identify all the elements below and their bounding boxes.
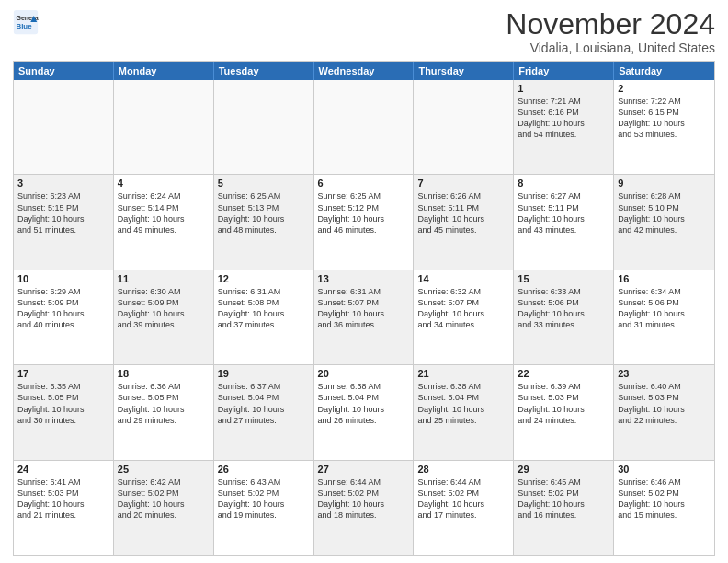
day-number: 18 (118, 368, 210, 379)
day-number: 2 (618, 83, 711, 94)
calendar-cell: 15Sunrise: 6:33 AM Sunset: 5:06 PM Dayli… (514, 270, 614, 364)
calendar-cell: 19Sunrise: 6:37 AM Sunset: 5:04 PM Dayli… (214, 365, 314, 459)
day-number: 27 (318, 464, 410, 475)
calendar-cell: 23Sunrise: 6:40 AM Sunset: 5:03 PM Dayli… (614, 365, 714, 459)
cell-text: Sunrise: 6:35 AM Sunset: 5:05 PM Dayligh… (17, 381, 109, 426)
calendar-cell (314, 80, 415, 174)
cell-text: Sunrise: 6:43 AM Sunset: 5:02 PM Dayligh… (218, 477, 310, 522)
logo-icon: General Blue (13, 9, 39, 35)
day-number: 20 (318, 368, 410, 379)
calendar-cell: 21Sunrise: 6:38 AM Sunset: 5:04 PM Dayli… (414, 365, 514, 459)
title-area: November 2024 Vidalia, Louisiana, United… (506, 9, 715, 55)
calendar-cell: 24Sunrise: 6:41 AM Sunset: 5:03 PM Dayli… (14, 461, 114, 555)
cell-text: Sunrise: 6:34 AM Sunset: 5:06 PM Dayligh… (618, 286, 711, 331)
cell-text: Sunrise: 6:45 AM Sunset: 5:02 PM Dayligh… (518, 477, 609, 522)
day-number: 1 (518, 83, 609, 94)
calendar-cell: 8Sunrise: 6:27 AM Sunset: 5:11 PM Daylig… (514, 175, 614, 269)
cell-text: Sunrise: 6:33 AM Sunset: 5:06 PM Dayligh… (518, 286, 609, 331)
day-number: 3 (17, 178, 109, 189)
cell-text: Sunrise: 7:21 AM Sunset: 6:16 PM Dayligh… (518, 96, 609, 141)
day-number: 9 (618, 178, 711, 189)
cell-text: Sunrise: 6:38 AM Sunset: 5:04 PM Dayligh… (417, 381, 509, 426)
calendar-header-row: SundayMondayTuesdayWednesdayThursdayFrid… (14, 62, 714, 80)
day-number: 16 (618, 273, 711, 284)
subtitle: Vidalia, Louisiana, United States (506, 40, 715, 55)
calendar-header-cell: Wednesday (314, 62, 415, 80)
day-number: 19 (218, 368, 310, 379)
calendar-cell: 11Sunrise: 6:30 AM Sunset: 5:09 PM Dayli… (114, 270, 214, 364)
day-number: 24 (17, 464, 109, 475)
day-number: 21 (417, 368, 509, 379)
calendar-cell: 2Sunrise: 7:22 AM Sunset: 6:15 PM Daylig… (614, 80, 714, 174)
calendar-cell: 17Sunrise: 6:35 AM Sunset: 5:05 PM Dayli… (14, 365, 114, 459)
calendar-body: 1Sunrise: 7:21 AM Sunset: 6:16 PM Daylig… (14, 80, 714, 555)
cell-text: Sunrise: 6:37 AM Sunset: 5:04 PM Dayligh… (218, 381, 310, 426)
day-number: 5 (218, 178, 310, 189)
calendar-cell (14, 80, 114, 174)
calendar-header-cell: Sunday (14, 62, 114, 80)
day-number: 30 (618, 464, 711, 475)
cell-text: Sunrise: 6:27 AM Sunset: 5:11 PM Dayligh… (518, 190, 609, 236)
calendar-cell: 27Sunrise: 6:44 AM Sunset: 5:02 PM Dayli… (314, 461, 415, 555)
calendar-cell: 12Sunrise: 6:31 AM Sunset: 5:08 PM Dayli… (214, 270, 314, 364)
day-number: 28 (417, 464, 509, 475)
calendar-week-row: 24Sunrise: 6:41 AM Sunset: 5:03 PM Dayli… (14, 460, 714, 555)
cell-text: Sunrise: 6:31 AM Sunset: 5:07 PM Dayligh… (318, 286, 410, 331)
cell-text: Sunrise: 6:25 AM Sunset: 5:12 PM Dayligh… (318, 190, 410, 236)
cell-text: Sunrise: 6:40 AM Sunset: 5:03 PM Dayligh… (618, 381, 711, 426)
calendar-week-row: 3Sunrise: 6:23 AM Sunset: 5:15 PM Daylig… (14, 174, 714, 269)
calendar-cell: 26Sunrise: 6:43 AM Sunset: 5:02 PM Dayli… (214, 461, 314, 555)
calendar-cell: 22Sunrise: 6:39 AM Sunset: 5:03 PM Dayli… (514, 365, 614, 459)
calendar-header-cell: Friday (514, 62, 614, 80)
cell-text: Sunrise: 6:38 AM Sunset: 5:04 PM Dayligh… (318, 381, 410, 426)
day-number: 11 (118, 273, 210, 284)
day-number: 4 (118, 178, 210, 189)
cell-text: Sunrise: 6:24 AM Sunset: 5:14 PM Dayligh… (118, 190, 210, 236)
cell-text: Sunrise: 6:32 AM Sunset: 5:07 PM Dayligh… (417, 286, 509, 331)
calendar-header-cell: Tuesday (214, 62, 314, 80)
day-number: 12 (218, 273, 310, 284)
cell-text: Sunrise: 6:30 AM Sunset: 5:09 PM Dayligh… (118, 286, 210, 331)
cell-text: Sunrise: 6:42 AM Sunset: 5:02 PM Dayligh… (118, 477, 210, 522)
calendar-cell: 13Sunrise: 6:31 AM Sunset: 5:07 PM Dayli… (314, 270, 415, 364)
day-number: 29 (518, 464, 609, 475)
header: General Blue November 2024 Vidalia, Loui… (13, 9, 715, 55)
cell-text: Sunrise: 6:26 AM Sunset: 5:11 PM Dayligh… (417, 190, 509, 236)
cell-text: Sunrise: 6:44 AM Sunset: 5:02 PM Dayligh… (417, 477, 509, 522)
cell-text: Sunrise: 7:22 AM Sunset: 6:15 PM Dayligh… (618, 96, 711, 141)
cell-text: Sunrise: 6:23 AM Sunset: 5:15 PM Dayligh… (17, 190, 109, 236)
calendar-cell: 4Sunrise: 6:24 AM Sunset: 5:14 PM Daylig… (114, 175, 214, 269)
day-number: 10 (17, 273, 109, 284)
cell-text: Sunrise: 6:44 AM Sunset: 5:02 PM Dayligh… (318, 477, 410, 522)
logo-area: General Blue (13, 9, 39, 35)
calendar-cell: 14Sunrise: 6:32 AM Sunset: 5:07 PM Dayli… (414, 270, 514, 364)
day-number: 26 (218, 464, 310, 475)
calendar-week-row: 1Sunrise: 7:21 AM Sunset: 6:16 PM Daylig… (14, 80, 714, 174)
calendar-cell: 29Sunrise: 6:45 AM Sunset: 5:02 PM Dayli… (514, 461, 614, 555)
day-number: 23 (618, 368, 711, 379)
calendar-cell: 10Sunrise: 6:29 AM Sunset: 5:09 PM Dayli… (14, 270, 114, 364)
calendar-cell (214, 80, 314, 174)
calendar-week-row: 17Sunrise: 6:35 AM Sunset: 5:05 PM Dayli… (14, 364, 714, 459)
svg-text:Blue: Blue (17, 22, 33, 30)
calendar-cell: 7Sunrise: 6:26 AM Sunset: 5:11 PM Daylig… (414, 175, 514, 269)
cell-text: Sunrise: 6:31 AM Sunset: 5:08 PM Dayligh… (218, 286, 310, 331)
calendar-cell: 20Sunrise: 6:38 AM Sunset: 5:04 PM Dayli… (314, 365, 415, 459)
day-number: 25 (118, 464, 210, 475)
calendar-cell: 9Sunrise: 6:28 AM Sunset: 5:10 PM Daylig… (614, 175, 714, 269)
page: General Blue November 2024 Vidalia, Loui… (0, 0, 728, 563)
calendar-cell: 30Sunrise: 6:46 AM Sunset: 5:02 PM Dayli… (614, 461, 714, 555)
calendar-cell: 16Sunrise: 6:34 AM Sunset: 5:06 PM Dayli… (614, 270, 714, 364)
calendar: SundayMondayTuesdayWednesdayThursdayFrid… (13, 61, 715, 556)
day-number: 13 (318, 273, 410, 284)
calendar-header-cell: Monday (114, 62, 214, 80)
calendar-header-cell: Thursday (414, 62, 514, 80)
day-number: 7 (417, 178, 509, 189)
cell-text: Sunrise: 6:28 AM Sunset: 5:10 PM Dayligh… (618, 190, 711, 236)
calendar-cell: 18Sunrise: 6:36 AM Sunset: 5:05 PM Dayli… (114, 365, 214, 459)
cell-text: Sunrise: 6:25 AM Sunset: 5:13 PM Dayligh… (218, 190, 310, 236)
day-number: 22 (518, 368, 609, 379)
cell-text: Sunrise: 6:29 AM Sunset: 5:09 PM Dayligh… (17, 286, 109, 331)
calendar-cell (414, 80, 514, 174)
day-number: 8 (518, 178, 609, 189)
